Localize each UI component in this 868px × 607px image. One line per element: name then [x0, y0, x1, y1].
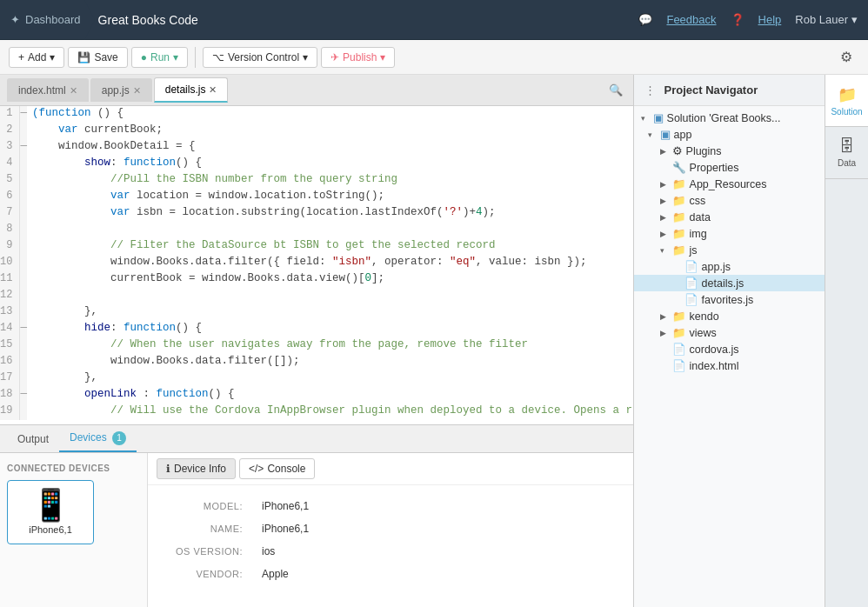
save-button[interactable]: 💾 Save — [68, 47, 127, 68]
tree-plugins[interactable]: ▶ ⚙ Plugins — [634, 143, 825, 159]
output-tab-label: Output — [17, 433, 49, 445]
cordova-label: cordova.js — [690, 344, 739, 356]
code-line-9: 9 // Filter the DataSource bt ISBN to ge… — [0, 238, 632, 255]
code-line-14: 14 — hide: function() { — [0, 321, 632, 337]
solution-chevron: ▾ — [641, 114, 650, 123]
app-js-file-icon: 📄 — [684, 260, 698, 273]
code-line-18: 18 — openLink : function() { — [0, 387, 632, 404]
run-chevron: ▾ — [173, 51, 178, 63]
tree-cordova[interactable]: 📄 cordova.js — [634, 341, 825, 357]
code-line-8: 8 — [0, 222, 632, 238]
properties-icon: 🔧 — [672, 161, 686, 174]
code-line-7: 7 var isbn = location.substring(location… — [0, 205, 632, 222]
code-line-12: 12 — [0, 288, 632, 304]
code-editor[interactable]: 1 — (function () { 2 var currentBook; 3 … — [0, 106, 633, 424]
app-resources-icon: 📁 — [672, 177, 686, 190]
tree-data[interactable]: ▶ 📁 data — [634, 209, 825, 225]
code-line-6: 6 var location = window.location.toStrin… — [0, 189, 632, 205]
tab-index-html[interactable]: index.html ✕ — [7, 78, 89, 102]
tab-details-js[interactable]: details.js ✕ — [154, 77, 229, 103]
tree-kendo[interactable]: ▶ 📁 kendo — [634, 308, 825, 324]
tree-app-js[interactable]: 📄 app.js — [634, 258, 825, 275]
tree-img[interactable]: ▶ 📁 img — [634, 225, 825, 242]
help-link[interactable]: Help — [758, 13, 782, 26]
favorites-js-label: favorites.js — [702, 294, 754, 306]
nav-dots-icon[interactable]: ⋮ — [644, 83, 658, 97]
views-icon: 📁 — [672, 326, 686, 339]
dashboard-icon: ✦ — [10, 13, 20, 26]
run-button[interactable]: ● Run ▾ — [131, 47, 188, 68]
device-info-label: Device Info — [174, 463, 226, 475]
device-info-button[interactable]: ℹ Device Info — [157, 458, 236, 479]
nav-right: 💬 Feedback ❓ Help Rob Lauer ▾ — [638, 13, 858, 26]
code-line-2: 2 var currentBook; — [0, 123, 632, 139]
data-chevron: ▶ — [660, 213, 669, 222]
connected-devices-label: CONNECTED DEVICES — [7, 460, 140, 480]
code-line-15: 15 // When the user navigates away from … — [0, 337, 632, 354]
solution-side-tab[interactable]: 📁 Solution — [825, 75, 869, 127]
tab-app-js-close[interactable]: ✕ — [133, 85, 141, 97]
tree-views[interactable]: ▶ 📁 views — [634, 324, 825, 341]
data-icon: 📁 — [672, 210, 686, 223]
tab-index-html-close[interactable]: ✕ — [70, 85, 77, 97]
kendo-label: kendo — [690, 310, 719, 323]
editor-tabs: index.html ✕ app.js ✕ details.js ✕ 🔍 — [0, 75, 633, 106]
tab-details-js-close[interactable]: ✕ — [209, 84, 217, 96]
feedback-link[interactable]: Feedback — [666, 13, 716, 26]
bottom-tabs: Output Devices 1 — [0, 425, 633, 453]
user-chevron: ▾ — [851, 13, 858, 26]
code-line-4: 4 show: function() { — [0, 156, 632, 172]
connected-devices: CONNECTED DEVICES 📱 iPhone6,1 ℹ Device I… — [0, 453, 633, 607]
publish-button[interactable]: ✈ Publish ▾ — [321, 47, 395, 68]
top-nav: ✦ Dashboard Great Books Code 💬 Feedback … — [0, 0, 868, 40]
publish-icon: ✈ — [331, 51, 339, 63]
properties-label: Properties — [690, 162, 739, 174]
device-details: MODEL: iPhone6,1 NAME: iPhone6,1 OS VERS… — [148, 485, 633, 595]
tree-app[interactable]: ▾ ▣ app — [634, 126, 825, 143]
tab-search-button[interactable]: 🔍 — [605, 80, 626, 100]
app-title: Great Books Code — [98, 13, 198, 27]
code-line-17: 17 }, — [0, 370, 632, 387]
details-js-label: details.js — [702, 277, 744, 290]
vc-chevron: ▾ — [303, 51, 308, 63]
tree-details-js[interactable]: 📄 details.js — [634, 275, 825, 291]
device-item-iphone[interactable]: 📱 iPhone6,1 — [7, 480, 94, 544]
views-label: views — [690, 327, 717, 339]
js-label: js — [690, 244, 698, 257]
js-icon: 📁 — [672, 243, 686, 257]
tab-index-html-label: index.html — [18, 84, 66, 97]
tree-js[interactable]: ▾ 📁 js — [634, 242, 825, 258]
tree-favorites-js[interactable]: 📄 favorites.js — [634, 291, 825, 308]
tab-app-js[interactable]: app.js ✕ — [90, 78, 152, 102]
user-label: Rob Lauer — [795, 13, 848, 26]
version-control-label: Version Control — [228, 51, 299, 63]
add-button[interactable]: + Add ▾ — [9, 47, 64, 68]
tree-css[interactable]: ▶ 📁 css — [634, 192, 825, 209]
output-tab[interactable]: Output — [7, 428, 59, 450]
code-line-10: 10 window.Books.data.filter({ field: "is… — [0, 255, 632, 271]
toolbar-sep-1 — [195, 47, 196, 68]
dashboard-link[interactable]: ✦ Dashboard — [10, 13, 81, 26]
devices-tab[interactable]: Devices 1 — [59, 426, 137, 452]
img-label: img — [690, 228, 707, 240]
add-chevron: ▾ — [50, 51, 55, 63]
data-side-tab[interactable]: 🗄 Data — [825, 127, 869, 179]
kendo-icon: 📁 — [672, 310, 686, 323]
devices-info: ℹ Device Info </> Console MODEL: iPho — [148, 453, 633, 607]
device-phone-icon: 📱 — [31, 490, 70, 521]
devices-sidebar: CONNECTED DEVICES 📱 iPhone6,1 — [0, 453, 148, 607]
tree-app-resources[interactable]: ▶ 📁 App_Resources — [634, 176, 825, 192]
app-icon: ▣ — [660, 128, 671, 141]
img-chevron: ▶ — [660, 230, 669, 238]
nav-separator — [84, 0, 95, 40]
version-control-button[interactable]: ⌥ Version Control ▾ — [203, 47, 317, 68]
app-label: app — [674, 129, 692, 141]
tree-properties[interactable]: 🔧 Properties — [634, 159, 825, 176]
css-label: css — [690, 195, 706, 207]
save-icon: 💾 — [77, 51, 90, 63]
tree-solution[interactable]: ▾ ▣ Solution 'Great Books... — [634, 110, 825, 126]
tree-index-html[interactable]: 📄 index.html — [634, 357, 825, 374]
user-menu[interactable]: Rob Lauer ▾ — [795, 13, 858, 26]
console-button[interactable]: </> Console — [239, 458, 315, 479]
settings-button[interactable]: ⚙ — [833, 43, 859, 70]
